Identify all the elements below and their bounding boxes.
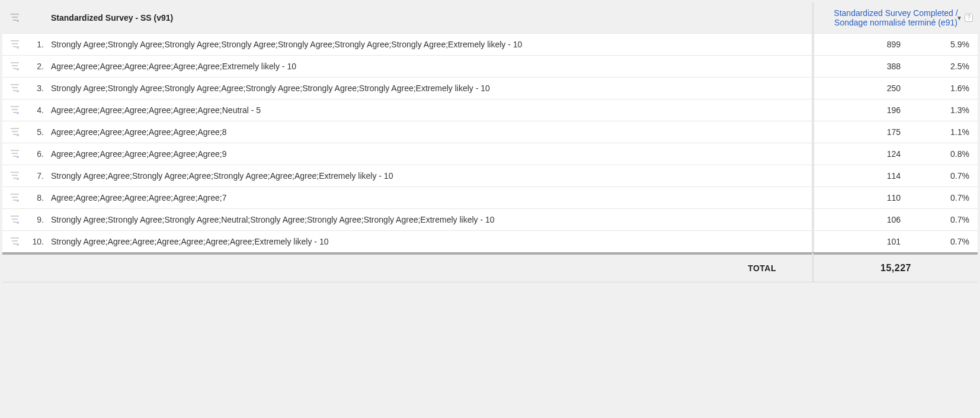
svg-rect-40 <box>11 237 19 239</box>
breakdown-icon[interactable] <box>10 236 20 247</box>
svg-rect-8 <box>11 62 19 63</box>
row-value: 110 <box>812 187 912 208</box>
row-percent: 0.7% <box>912 208 978 230</box>
row-label[interactable]: Strongly Agree;Strongly Agree;Strongly A… <box>47 208 812 230</box>
breakdown-icon[interactable] <box>10 12 20 24</box>
svg-rect-16 <box>11 106 19 107</box>
row-label[interactable]: Agree;Agree;Agree;Agree;Agree;Agree;Agre… <box>47 121 812 143</box>
breakdown-icon[interactable] <box>10 61 20 72</box>
row-percent: 5.9% <box>912 33 978 55</box>
svg-rect-0 <box>11 14 19 15</box>
row-label[interactable]: Strongly Agree;Strongly Agree;Strongly A… <box>47 33 812 55</box>
svg-point-19 <box>17 112 19 114</box>
svg-rect-29 <box>12 175 18 176</box>
sort-descending-icon[interactable]: ▼ <box>956 15 962 21</box>
row-label[interactable]: Strongly Agree;Strongly Agree;Strongly A… <box>47 77 812 99</box>
svg-rect-42 <box>13 243 17 245</box>
row-value: 196 <box>812 99 912 121</box>
row-label[interactable]: Agree;Agree;Agree;Agree;Agree;Agree;Agre… <box>47 99 812 121</box>
breakdown-icon[interactable] <box>10 105 20 116</box>
svg-rect-30 <box>13 178 17 179</box>
breakdown-icon[interactable] <box>10 192 20 204</box>
svg-point-27 <box>17 156 19 158</box>
table-row[interactable]: 1. Strongly Agree;Strongly Agree;Strongl… <box>2 33 978 55</box>
row-value: 124 <box>812 143 912 165</box>
metric-header-link[interactable]: Standardized Survey Completed / Sondage … <box>828 8 963 27</box>
row-percent: 1.3% <box>912 99 978 121</box>
svg-rect-18 <box>13 112 17 113</box>
total-label: TOTAL <box>2 252 812 282</box>
table-row[interactable]: 2. Agree;Agree;Agree;Agree;Agree;Agree;A… <box>2 55 978 77</box>
row-percent: 0.7% <box>912 230 978 252</box>
row-percent: 0.7% <box>912 187 978 208</box>
help-icon[interactable]: ? <box>965 14 973 22</box>
breakdown-icon[interactable] <box>10 39 20 50</box>
svg-rect-24 <box>11 150 19 151</box>
row-percent: 0.8% <box>912 143 978 165</box>
svg-rect-36 <box>11 216 19 217</box>
total-value: 15,227 <box>812 252 978 282</box>
table-row[interactable]: 10. Strongly Agree;Agree;Agree;Agree;Agr… <box>2 230 978 252</box>
svg-point-43 <box>17 243 19 246</box>
svg-rect-21 <box>12 131 18 132</box>
row-value: 388 <box>812 55 912 77</box>
breakdown-icon[interactable] <box>10 127 20 138</box>
svg-point-23 <box>17 134 19 136</box>
svg-rect-32 <box>11 194 19 195</box>
breakdown-icon[interactable] <box>10 171 20 182</box>
row-label[interactable]: Agree;Agree;Agree;Agree;Agree;Agree;Agre… <box>47 187 812 208</box>
row-rank: 8. <box>27 187 47 208</box>
breakdown-icon[interactable] <box>10 83 20 94</box>
svg-rect-37 <box>12 218 18 220</box>
svg-rect-5 <box>12 43 18 44</box>
row-value: 175 <box>812 121 912 143</box>
row-percent: 0.7% <box>912 165 978 187</box>
row-rank: 9. <box>27 208 47 230</box>
row-rank: 5. <box>27 121 47 143</box>
svg-rect-20 <box>11 128 19 129</box>
svg-point-35 <box>17 200 19 202</box>
row-label[interactable]: Agree;Agree;Agree;Agree;Agree;Agree;Agre… <box>47 143 812 165</box>
row-value: 114 <box>812 165 912 187</box>
svg-rect-26 <box>13 156 17 157</box>
table-row[interactable]: 4. Agree;Agree;Agree;Agree;Agree;Agree;A… <box>2 99 978 121</box>
svg-rect-9 <box>12 65 18 66</box>
svg-rect-25 <box>12 153 18 154</box>
footer-spacer-row <box>2 282 978 303</box>
row-rank: 7. <box>27 165 47 187</box>
row-rank: 4. <box>27 99 47 121</box>
svg-point-31 <box>17 178 19 180</box>
svg-rect-28 <box>11 172 19 173</box>
svg-point-3 <box>17 20 19 22</box>
svg-rect-2 <box>13 20 17 21</box>
row-percent: 1.1% <box>912 121 978 143</box>
row-percent: 2.5% <box>912 55 978 77</box>
breakdown-icon[interactable] <box>10 149 20 160</box>
svg-rect-41 <box>12 240 18 242</box>
dimension-title: Standardized Survey - SS (v91) <box>51 13 173 22</box>
svg-rect-14 <box>13 90 17 91</box>
table-row[interactable]: 7. Strongly Agree;Agree;Strongly Agree;A… <box>2 165 978 187</box>
svg-rect-1 <box>12 17 18 18</box>
row-label[interactable]: Strongly Agree;Agree;Agree;Agree;Agree;A… <box>47 230 812 252</box>
row-rank: 3. <box>27 77 47 99</box>
svg-rect-10 <box>13 68 17 69</box>
table-row[interactable]: 6. Agree;Agree;Agree;Agree;Agree;Agree;A… <box>2 143 978 165</box>
svg-rect-33 <box>12 197 18 198</box>
table-row[interactable]: 5. Agree;Agree;Agree;Agree;Agree;Agree;A… <box>2 121 978 143</box>
table-row[interactable]: 3. Strongly Agree;Strongly Agree;Strongl… <box>2 77 978 99</box>
svg-point-15 <box>17 90 19 92</box>
svg-rect-4 <box>11 40 19 41</box>
svg-rect-12 <box>11 84 19 85</box>
table-row[interactable]: 9. Strongly Agree;Strongly Agree;Strongl… <box>2 208 978 230</box>
row-label[interactable]: Agree;Agree;Agree;Agree;Agree;Agree;Agre… <box>47 55 812 77</box>
row-rank: 2. <box>27 55 47 77</box>
svg-rect-6 <box>13 46 17 47</box>
svg-rect-34 <box>13 200 17 201</box>
row-value: 106 <box>812 208 912 230</box>
row-label[interactable]: Strongly Agree;Agree;Strongly Agree;Agre… <box>47 165 812 187</box>
report-table: Standardized Survey - SS (v91) Standardi… <box>2 2 978 303</box>
breakdown-icon[interactable] <box>10 214 20 226</box>
table-row[interactable]: 8. Agree;Agree;Agree;Agree;Agree;Agree;A… <box>2 187 978 208</box>
row-rank: 1. <box>27 33 47 55</box>
